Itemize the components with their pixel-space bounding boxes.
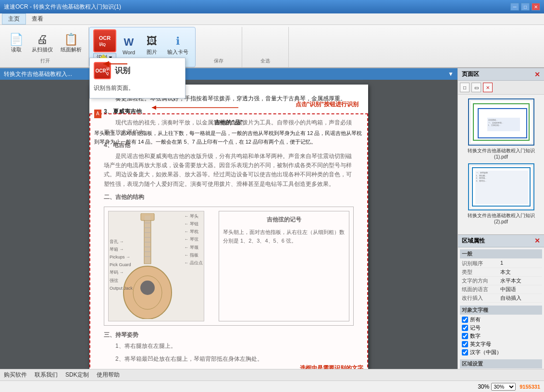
bottom-bar: 购买软件 联系我们 SDK定制 使用帮助: [0, 369, 544, 380]
checkbox-all-input[interactable]: [462, 317, 468, 323]
thumbnail-item-1[interactable]: 吉他基础... 一、吉他的种类... 1、古典吉他... 转换文件吉他基础教程入…: [462, 98, 540, 159]
scan-icon: 🖨: [37, 34, 48, 45]
props-header: 区域属性 ✕: [458, 235, 544, 247]
doc-header: 转换文件吉他基础教程入... ▼: [0, 68, 457, 80]
read-icon: 📄: [9, 34, 24, 45]
open-buttons: 📄 读取 🖨 从扫描仪 📋 纸面解析: [6, 29, 85, 58]
thumbnail-img-1: 吉他基础... 一、吉他的种类... 1、古典吉他...: [470, 100, 532, 144]
thumb-tool-2[interactable]: ▭: [471, 83, 481, 92]
checkbox-symbol-input[interactable]: [462, 325, 468, 331]
checkbox-chinese-input[interactable]: [462, 349, 468, 355]
checkbox-english: 英文字母: [460, 340, 542, 348]
read-button[interactable]: 📄 读取: [6, 32, 27, 55]
props-chars-title: 对象文字種: [460, 306, 542, 315]
window-controls: ─ □ ✕: [510, 3, 540, 11]
maximize-button[interactable]: □: [521, 3, 530, 11]
annotation-text: 琴头朝上，面对吉他指板，从上往下数，每一格就是一品，一般的吉他从琴枕到琴身为止有…: [94, 129, 363, 146]
word-icon: W: [124, 36, 134, 49]
checkbox-english-input[interactable]: [462, 341, 468, 347]
ribbon: 📄 读取 🖨 从扫描仪 📋 纸面解析 打开 OCR识Q 识别: [0, 25, 544, 68]
save-buttons: [199, 29, 238, 58]
props-title: 区域属性: [462, 237, 485, 245]
select-group-label: 全选: [260, 58, 270, 65]
paper-button[interactable]: 📋 纸面解析: [58, 32, 85, 55]
props-chars-section: 对象文字種 所有 记号 数字 英文字母: [458, 304, 544, 357]
thumb-tool-1[interactable]: □: [460, 83, 470, 92]
page-region-close-button[interactable]: ✕: [534, 71, 540, 78]
doc-title: 转换文件吉他基础教程入...: [4, 70, 72, 78]
image-button[interactable]: 🖼 图片: [141, 33, 162, 58]
props-key-type: 类型: [462, 269, 500, 276]
checkbox-chinese-label: 汉字（中国）: [470, 349, 502, 356]
open-group-label: 打开: [40, 58, 50, 65]
zoom-control: 30% 30% 50% 75% 100%: [478, 383, 516, 391]
import-label: 输入卡号: [167, 49, 188, 56]
props-key-order: 识别顺序: [462, 260, 500, 267]
thumb-tool-delete[interactable]: ✕: [483, 83, 493, 92]
checkbox-number-input[interactable]: [462, 333, 468, 339]
minimize-button[interactable]: ─: [510, 3, 519, 11]
menu-bar: 主页 查看: [0, 13, 544, 25]
page-region-title: 页面区: [462, 70, 479, 78]
zoom-select[interactable]: 30% 50% 75% 100%: [491, 383, 516, 391]
arrow-svg: [101, 57, 130, 71]
props-panel: 区域属性 ✕ 一般 识别顺序 1 类型 本文 文字的方向 水平本文: [458, 234, 544, 369]
contact-link[interactable]: 联系我们: [35, 371, 58, 379]
props-region-title: 区域设置: [460, 359, 542, 368]
props-val-insert: 自动插入: [500, 294, 521, 302]
arrow1-svg: [147, 98, 243, 117]
props-val-direction: 水平本文: [500, 277, 521, 284]
menu-home[interactable]: 主页: [2, 13, 26, 24]
scan-button[interactable]: 🖨 从扫描仪: [29, 32, 56, 55]
menu-view[interactable]: 查看: [26, 14, 49, 24]
thumbnail-item-2[interactable]: 一、持琴姿势 1、将右腿... 2、将琴箱... 3、将琴头... 转换文件吉他…: [462, 163, 540, 224]
scan-label: 从扫描仪: [32, 46, 53, 53]
title-bar: 速速OCR - 转换文件吉他基础教程入门知识(1) ─ □ ✕: [0, 0, 544, 13]
selection-box: A 吉他的"品" 琴头朝上，面对吉他指板，从上往下数，每一格就是一品，一般的吉他…: [89, 113, 368, 369]
select-buttons: [246, 29, 284, 58]
ocr-button[interactable]: OCR识Q: [93, 29, 116, 52]
ribbon-group-save: 保存: [196, 27, 242, 67]
props-row-direction: 文字的方向 水平本文: [460, 277, 542, 285]
import-button[interactable]: ℹ 输入卡号: [164, 33, 191, 58]
close-button[interactable]: ✕: [532, 3, 540, 11]
import-icon: ℹ: [176, 35, 180, 48]
dropdown-identify-item[interactable]: 识别当前页面。: [94, 82, 181, 94]
paper-icon: 📋: [64, 34, 78, 45]
selection-marker: A: [94, 110, 101, 118]
props-row-order: 识别顺序 1: [460, 259, 542, 268]
checkbox-symbol-label: 记号: [470, 324, 481, 331]
checkbox-all-label: 所有: [470, 316, 481, 323]
guitar-right-panel: 吉他弦的记号 琴头朝上，面对吉他指板，从右往左（从细到粗）数分别是 1、2、3、…: [219, 211, 349, 321]
help-link[interactable]: 使用帮助: [97, 371, 120, 379]
doc-page: 奏更加轻松。琴弦调试好，手指按着琴弦拨弄，穿透力强，音量大于古典琴，金属感厚重。…: [89, 85, 368, 369]
buy-software-link[interactable]: 购买软件: [4, 371, 27, 379]
sdk-link[interactable]: SDK定制: [65, 371, 89, 379]
read-label: 读取: [11, 46, 22, 53]
status-right: 30% 30% 50% 75% 100% 9155331: [478, 383, 540, 391]
props-row-insert: 改行插入 自动插入: [460, 294, 542, 303]
doc-scroll-area[interactable]: 奏更加轻松。琴弦调试好，手指按着琴弦拨弄，穿透力强，音量大于古典琴，金属感厚重。…: [0, 80, 457, 369]
thumbnail-area: 吉他基础... 一、吉他的种类... 1、古典吉他... 转换文件吉他基础教程入…: [460, 97, 542, 226]
selection-label: 选框中是需要识别的文字: [300, 364, 363, 369]
page-panel-content: 吉他基础... 一、吉他的种类... 1、古典吉他... 转换文件吉他基础教程入…: [458, 95, 544, 234]
thumbnail-frame-2: 一、持琴姿势 1、将右腿... 2、将琴箱... 3、将琴头...: [468, 163, 534, 210]
checkbox-chinese: 汉字（中国）: [460, 348, 542, 356]
props-val-order: 1: [500, 260, 503, 267]
thumbnail-label-2: 转换文件吉他基础教程入门知识(2).pdf: [462, 212, 540, 224]
right-panel: 页面区 ✕ □ ▭ ✕ 吉他基础...: [457, 68, 544, 369]
paper-label: 纸面解析: [61, 46, 82, 53]
props-close-button[interactable]: ✕: [534, 237, 540, 245]
doc-header-dropdown-icon[interactable]: ▼: [448, 71, 454, 77]
thumbnail-frame-1: 吉他基础... 一、吉他的种类... 1、古典吉他...: [468, 98, 534, 146]
checkbox-symbol: 记号: [460, 324, 542, 332]
props-key-direction: 文字的方向: [462, 277, 500, 284]
props-key-lang: 纸面的语言: [462, 286, 500, 293]
zoom-label: 30%: [478, 383, 489, 390]
ribbon-group-open: 📄 读取 🖨 从扫描仪 📋 纸面解析 打开: [2, 27, 89, 67]
click-identify-label: 点击"识别"按钮进行识别: [296, 100, 359, 109]
word-button[interactable]: W Word: [118, 34, 139, 57]
thumb-inner-content: 吉他基础... 一、吉他的种类... 1、古典吉他...: [487, 118, 520, 131]
props-val-type: 本文: [500, 269, 511, 276]
guitar-diagram: ← 琴头 ← 琴钮 ← 琴枕 ← 琴弦 ← 琴颈 ← 指板 ← 品位点 音孔 →…: [104, 207, 354, 326]
